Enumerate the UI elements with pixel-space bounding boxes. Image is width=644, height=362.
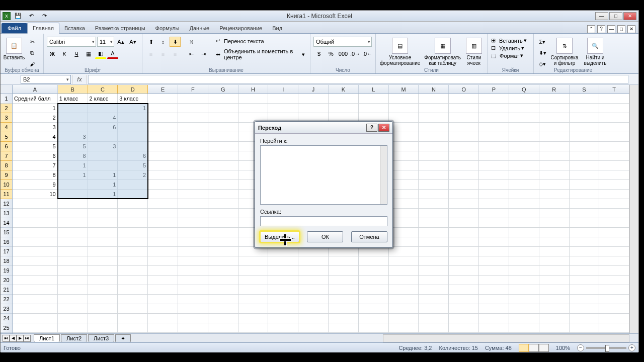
fill-icon[interactable]: ⬇▾ xyxy=(537,48,548,58)
col-header-T[interactable]: T xyxy=(599,85,629,94)
col-header-F[interactable]: F xyxy=(178,85,208,94)
view-pagebreak-icon[interactable] xyxy=(539,344,549,352)
col-header-I[interactable]: I xyxy=(268,85,298,94)
cell-R13[interactable] xyxy=(539,209,570,218)
cell-B25[interactable] xyxy=(58,323,88,333)
cell-B9[interactable]: 1 xyxy=(58,170,88,180)
col-header-H[interactable]: H xyxy=(238,85,269,94)
cell-G1[interactable] xyxy=(208,94,238,104)
cell-G25[interactable] xyxy=(208,323,238,333)
cell-C5[interactable] xyxy=(88,132,118,142)
cell-C21[interactable] xyxy=(88,285,118,295)
cell-T9[interactable] xyxy=(599,170,629,180)
cell-E16[interactable] xyxy=(148,237,178,247)
cell-E3[interactable] xyxy=(148,113,178,123)
doc-minimize-icon[interactable]: — xyxy=(607,25,615,33)
cell-T6[interactable] xyxy=(599,142,629,151)
cell-E7[interactable] xyxy=(148,151,178,161)
row-header-23[interactable]: 23 xyxy=(1,304,12,314)
cell-F11[interactable] xyxy=(178,190,208,199)
cell-J18[interactable] xyxy=(298,256,329,266)
underline-icon[interactable]: Ч xyxy=(71,49,82,59)
cell-R14[interactable] xyxy=(539,218,570,228)
cell-E8[interactable] xyxy=(148,161,178,170)
cell-T20[interactable] xyxy=(599,276,629,285)
cell-D1[interactable]: 3 класс xyxy=(118,94,148,104)
cell-I2[interactable] xyxy=(268,104,298,113)
row-header-20[interactable]: 20 xyxy=(1,276,12,285)
cell-T17[interactable] xyxy=(599,247,629,256)
cell-R19[interactable] xyxy=(539,266,570,276)
cell-N10[interactable] xyxy=(419,180,449,190)
cell-S15[interactable] xyxy=(570,228,600,237)
cell-M10[interactable] xyxy=(389,180,419,190)
cell-E21[interactable] xyxy=(148,285,178,295)
row-header-3[interactable]: 3 xyxy=(1,113,12,123)
cell-R3[interactable] xyxy=(539,113,570,123)
cell-T15[interactable] xyxy=(599,228,629,237)
cell-S2[interactable] xyxy=(570,104,600,113)
cell-M7[interactable] xyxy=(389,151,419,161)
cell-O17[interactable] xyxy=(449,247,479,256)
cell-S17[interactable] xyxy=(570,247,600,256)
cell-Q7[interactable] xyxy=(509,151,539,161)
row-header-15[interactable]: 15 xyxy=(1,228,12,237)
conditional-format-button[interactable]: ▤ Условное форматирование xyxy=(379,37,421,67)
cell-S5[interactable] xyxy=(570,132,600,142)
cell-R1[interactable] xyxy=(539,94,570,104)
row-header-2[interactable]: 2 xyxy=(1,104,12,113)
cell-K18[interactable] xyxy=(329,256,359,266)
cell-C10[interactable]: 1 xyxy=(88,180,118,190)
orientation-icon[interactable]: ⤭ xyxy=(186,37,197,47)
cell-F23[interactable] xyxy=(178,304,208,314)
cell-L18[interactable] xyxy=(359,256,389,266)
cell-T3[interactable] xyxy=(599,113,629,123)
cell-R20[interactable] xyxy=(539,276,570,285)
cell-A6[interactable]: 5 xyxy=(13,142,58,151)
cell-T12[interactable] xyxy=(599,199,629,209)
cell-B14[interactable] xyxy=(58,218,88,228)
cell-S16[interactable] xyxy=(570,237,600,247)
cell-Q16[interactable] xyxy=(509,237,539,247)
cell-E1[interactable] xyxy=(148,94,178,104)
bold-icon[interactable]: Ж xyxy=(47,49,58,59)
cell-G15[interactable] xyxy=(208,228,238,237)
cell-O16[interactable] xyxy=(449,237,479,247)
tab-insert[interactable]: Вставка xyxy=(59,23,90,33)
cell-G3[interactable] xyxy=(208,113,238,123)
zoom-out-button[interactable]: − xyxy=(577,344,584,351)
cell-P21[interactable] xyxy=(479,285,509,295)
cell-B3[interactable] xyxy=(58,113,88,123)
cell-G2[interactable] xyxy=(208,104,238,113)
tab-nav-next-icon[interactable]: ▶ xyxy=(17,335,24,342)
cell-G13[interactable] xyxy=(208,209,238,218)
row-header-8[interactable]: 8 xyxy=(1,161,12,170)
cell-C23[interactable] xyxy=(88,304,118,314)
cell-P24[interactable] xyxy=(479,314,509,323)
cell-D15[interactable] xyxy=(118,228,148,237)
cell-S6[interactable] xyxy=(570,142,600,151)
row-header-11[interactable]: 11 xyxy=(1,190,12,199)
col-header-Q[interactable]: Q xyxy=(509,85,539,94)
dialog-help-icon[interactable]: ? xyxy=(366,124,377,132)
format-cells-button[interactable]: ⬚ Формат▾ xyxy=(491,52,524,59)
fill-color-icon[interactable]: ◧ xyxy=(95,49,106,59)
cell-B7[interactable]: 8 xyxy=(58,151,88,161)
cell-A21[interactable] xyxy=(13,285,58,295)
cell-B10[interactable] xyxy=(58,180,88,190)
horizontal-scrollbar[interactable] xyxy=(383,334,629,342)
currency-icon[interactable]: $ xyxy=(313,49,325,59)
font-color-icon[interactable]: A xyxy=(107,49,118,59)
cell-O2[interactable] xyxy=(449,104,479,113)
cell-G12[interactable] xyxy=(208,199,238,209)
cell-S18[interactable] xyxy=(570,256,600,266)
cell-A20[interactable] xyxy=(13,276,58,285)
cell-C17[interactable] xyxy=(88,247,118,256)
cell-S3[interactable] xyxy=(570,113,600,123)
cell-T11[interactable] xyxy=(599,190,629,199)
cell-F18[interactable] xyxy=(178,256,208,266)
cell-L19[interactable] xyxy=(359,266,389,276)
cell-C2[interactable] xyxy=(88,104,118,113)
cell-E4[interactable] xyxy=(148,123,178,132)
cell-I21[interactable] xyxy=(268,285,298,295)
